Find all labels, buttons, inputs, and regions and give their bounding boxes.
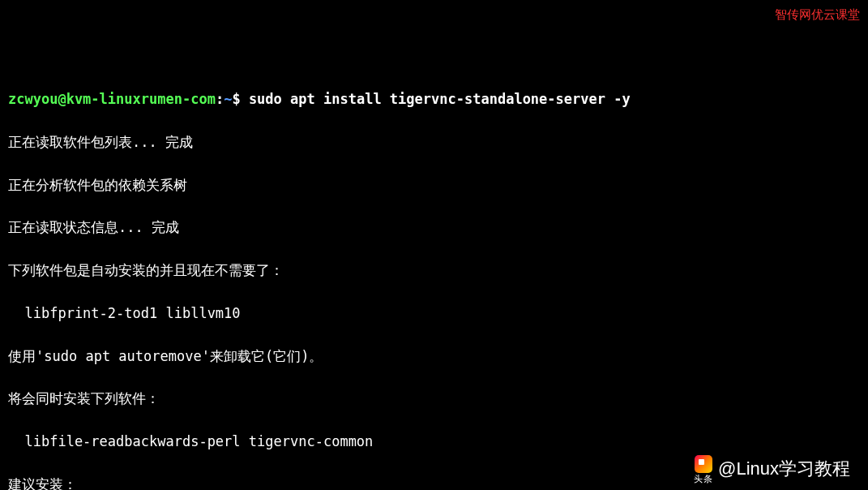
prompt-line[interactable]: zcwyou@kvm-linuxrumen-com:~$ sudo apt in… [8, 88, 860, 110]
output-line: 正在读取状态信息... 完成 [8, 217, 860, 238]
prompt-symbol: $ [232, 91, 240, 107]
watermark-brand-small: 头条 [694, 475, 713, 484]
toutiao-logo-icon: 头条 [694, 455, 713, 484]
output-line: libfprint-2-tod1 libllvm10 [8, 303, 860, 324]
watermark-bottom: 头条 @Linux学习教程 [694, 455, 850, 484]
command-text: sudo apt install tigervnc-standalone-ser… [249, 91, 631, 107]
prompt-user-host: zcwyou@kvm-linuxrumen-com [8, 91, 216, 107]
output-line: 正在读取软件包列表... 完成 [8, 131, 860, 153]
output-line: 正在分析软件包的依赖关系树 [8, 174, 860, 196]
prompt-path: ~ [224, 91, 232, 107]
watermark-handle: @Linux学习教程 [718, 455, 850, 483]
output-line: 将会同时安装下列软件： [8, 388, 860, 409]
output-line: libfile-readbackwards-perl tigervnc-comm… [8, 431, 860, 452]
output-line: 下列软件包是自动安装的并且现在不需要了： [8, 260, 860, 281]
output-line: 使用'sudo apt autoremove'来卸载它(它们)。 [8, 346, 860, 367]
watermark-top-right: 智传网优云课堂 [775, 5, 860, 24]
prompt-sep: : [216, 91, 224, 107]
